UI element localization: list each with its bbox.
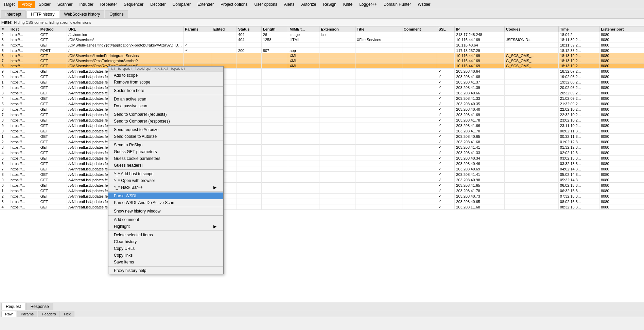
menu-item-decoder[interactable]: Decoder bbox=[147, 1, 169, 8]
col-header-host[interactable]: Host bbox=[9, 26, 39, 32]
ctx-submenu-item[interactable]: Highlight bbox=[108, 223, 223, 230]
menu-item-repeater[interactable]: Repeater bbox=[97, 1, 120, 8]
table-row[interactable]: 0https://...GET/v4/threatListUpdates.fet… bbox=[0, 128, 644, 134]
menu-item-intruder[interactable]: Intruder bbox=[76, 1, 97, 8]
table-row[interactable]: 5https://...GET/v4/threatListUpdates.fet… bbox=[0, 155, 644, 161]
table-row[interactable]: 5https://...GET/v4/threatListUpdates.fet… bbox=[0, 101, 644, 107]
ctx-menu-item[interactable]: Send to Comparer (responses) bbox=[108, 118, 223, 125]
table-row[interactable]: 4https://...GET/v4/threatListUpdates.fet… bbox=[0, 150, 644, 155]
menu-item-wsdler[interactable]: Wsdler bbox=[414, 1, 434, 8]
table-row[interactable]: 1https://...GET/v4/threatListUpdates.fet… bbox=[0, 79, 644, 85]
menu-item-target[interactable]: Target bbox=[0, 1, 18, 8]
menu-item-project-options[interactable]: Project options bbox=[217, 1, 251, 8]
table-row[interactable]: 5http://...POST/✓200807app117.18.237.291… bbox=[0, 48, 644, 53]
ctx-menu-item[interactable]: Copy URLs bbox=[108, 245, 223, 252]
table-row[interactable]: 8https://...GET/v4/threatListUpdates.fet… bbox=[0, 172, 644, 177]
http-history-table-container[interactable]: #HostMethodURLParamsEditedStatusLengthMI… bbox=[0, 26, 644, 302]
table-row[interactable]: 8http://...GET/OMS/services/OmsRevTmsOrd… bbox=[0, 63, 644, 69]
menu-item-proxy[interactable]: Proxy bbox=[18, 1, 35, 8]
col-header-mime-t---[interactable]: MIME t... bbox=[288, 26, 319, 32]
bottom-subtab-headers[interactable]: Headers bbox=[38, 311, 60, 317]
ctx-menu-item[interactable]: Send cookie to Autorize bbox=[108, 133, 223, 140]
bottom-subtab-hex[interactable]: Hex bbox=[60, 311, 75, 317]
col-header-ip[interactable]: IP bbox=[455, 26, 505, 32]
table-row[interactable]: 2https://...GET/v4/threatListUpdates.fet… bbox=[0, 139, 644, 145]
col-header-extension[interactable]: Extension bbox=[319, 26, 355, 32]
ctx-submenu-item[interactable]: ^_^ Hack Bar++ bbox=[108, 184, 223, 191]
ctx-menu-item[interactable]: ^_^ Add host to scope bbox=[108, 170, 223, 177]
ctx-menu-item[interactable]: Parse WSDL bbox=[108, 192, 223, 199]
menu-item-sequencer[interactable]: Sequencer bbox=[120, 1, 147, 8]
ctx-menu-item[interactable]: ^_^ Open with browser bbox=[108, 177, 223, 184]
table-row[interactable]: 6https://...GET/v4/threatListUpdates.fet… bbox=[0, 161, 644, 166]
ctx-menu-item[interactable]: Add comment bbox=[108, 216, 223, 223]
col-header-url[interactable]: URL bbox=[67, 26, 184, 32]
bottom-tab-request[interactable]: Request bbox=[1, 303, 25, 310]
menu-item-scanner[interactable]: Scanner bbox=[54, 1, 76, 8]
table-row[interactable]: 3http://...GET/OMS/services/4041258HTMLX… bbox=[0, 37, 644, 42]
col-header-params[interactable]: Params bbox=[184, 26, 212, 32]
table-row[interactable]: 4http://...GET/OMS/fullHashes.find?$ct=a… bbox=[0, 42, 644, 48]
table-row[interactable]: 4https://...GET/v4/threatListUpdates.fet… bbox=[0, 204, 644, 210]
table-row[interactable]: 3https://...GET/v4/threatListUpdates.fet… bbox=[0, 145, 644, 150]
col-header-ssl[interactable]: SSL bbox=[437, 26, 455, 32]
menu-item-comparer[interactable]: Comparer bbox=[169, 1, 194, 8]
ctx-menu-item[interactable]: Parse WSDL And Do Active Scan bbox=[108, 199, 223, 206]
table-row[interactable]: 3https://...GET/v4/threatListUpdates.fet… bbox=[0, 90, 644, 96]
col-header-comment[interactable]: Comment bbox=[402, 26, 437, 32]
ctx-menu-item[interactable]: Guess cookie parameters bbox=[108, 155, 223, 162]
menu-item-knife[interactable]: Knife bbox=[340, 1, 356, 8]
table-row[interactable]: 7https://...GET/v4/threatListUpdates.fet… bbox=[0, 166, 644, 172]
ctx-menu-item[interactable]: Send to Comparer (requests) bbox=[108, 111, 223, 118]
menu-item-alerts[interactable]: Alerts bbox=[281, 1, 298, 8]
table-row[interactable]: 4https://...GET/v4/threatListUpdates.fet… bbox=[0, 96, 644, 101]
menu-item-autorize[interactable]: Autorize bbox=[298, 1, 319, 8]
table-row[interactable]: 7https://...GET/v4/threatListUpdates.fet… bbox=[0, 112, 644, 117]
tab-options[interactable]: Options bbox=[105, 10, 128, 18]
tab-websockets-history[interactable]: WebSockets history bbox=[60, 10, 105, 18]
col-header-listener-port[interactable]: Listener port bbox=[599, 26, 644, 32]
table-row[interactable]: 9https://...GET/v4/threatListUpdates.fet… bbox=[0, 69, 644, 74]
tab-intercept[interactable]: Intercept bbox=[1, 10, 26, 18]
ctx-menu-item[interactable]: Clear history bbox=[108, 238, 223, 245]
ctx-menu-item[interactable]: Send request to Autorize bbox=[108, 126, 223, 133]
table-row[interactable]: 3https://...GET/v4/threatListUpdates.fet… bbox=[0, 199, 644, 204]
col-header-edited[interactable]: Edited bbox=[212, 26, 237, 32]
table-row[interactable]: 8https://...GET/v4/threatListUpdates.fet… bbox=[0, 117, 644, 123]
table-row[interactable]: 6https://...GET/v4/threatListUpdates.fet… bbox=[0, 107, 644, 112]
col-header--[interactable]: # bbox=[0, 26, 9, 32]
ctx-menu-item[interactable]: Spider from here bbox=[108, 87, 223, 94]
bottom-subtab-raw[interactable]: Raw bbox=[1, 311, 16, 317]
bottom-subtab-params[interactable]: Params bbox=[17, 311, 37, 317]
ctx-menu-item[interactable]: Add to scope bbox=[108, 72, 223, 79]
table-row[interactable]: 9https://...GET/v4/threatListUpdates.fet… bbox=[0, 123, 644, 128]
col-header-length[interactable]: Length bbox=[261, 26, 288, 32]
bottom-tab-response[interactable]: Response bbox=[26, 303, 53, 310]
ctx-menu-item[interactable]: Remove from scope bbox=[108, 79, 223, 86]
table-row[interactable]: 6http://...GET/OMS/services/LmdmForInteg… bbox=[0, 53, 644, 58]
col-header-status[interactable]: Status bbox=[237, 26, 261, 32]
menu-item-resign[interactable]: ReSign bbox=[319, 1, 340, 8]
menu-item-spider[interactable]: Spider bbox=[35, 1, 54, 8]
table-row[interactable]: 9https://...GET/v4/threatListUpdates.fet… bbox=[0, 177, 644, 183]
table-row[interactable]: 0https://...GET/v4/threatListUpdates.fet… bbox=[0, 74, 644, 79]
ctx-menu-item[interactable]: Send to ReSign bbox=[108, 142, 223, 148]
table-row[interactable]: 1https://...GET/v4/threatListUpdates.fet… bbox=[0, 134, 644, 139]
table-row[interactable]: 2https://...GET/v4/threatListUpdates.fet… bbox=[0, 194, 644, 199]
ctx-menu-item[interactable]: Guess GET parameters bbox=[108, 148, 223, 155]
col-header-time[interactable]: Time bbox=[558, 26, 599, 32]
menu-item-user-options[interactable]: User options bbox=[251, 1, 280, 8]
table-row[interactable]: 7http://...GET/OMS/services/OmsForIntegr… bbox=[0, 58, 644, 63]
menu-item-domain-hunter[interactable]: Domain Hunter bbox=[380, 1, 415, 8]
ctx-menu-item[interactable]: Copy links bbox=[108, 252, 223, 259]
ctx-menu-item[interactable]: Save items bbox=[108, 259, 223, 265]
ctx-menu-item[interactable]: Guess headers! bbox=[108, 162, 223, 169]
col-header-title[interactable]: Title bbox=[355, 26, 402, 32]
table-row[interactable]: 2https://...GET/v4/threatListUpdates.fet… bbox=[0, 85, 644, 90]
tab-http-history[interactable]: HTTP history bbox=[27, 10, 59, 18]
table-row[interactable]: 2http://...GET/favicon.ico40426imageico2… bbox=[0, 32, 644, 37]
table-row[interactable]: 0https://...GET/v4/threatListUpdates.fet… bbox=[0, 183, 644, 188]
menu-item-logger++[interactable]: Logger++ bbox=[356, 1, 380, 8]
table-row[interactable]: 1https://...GET/v4/threatListUpdates.fet… bbox=[0, 188, 644, 194]
ctx-menu-item[interactable]: Do a passive scan bbox=[108, 103, 223, 109]
